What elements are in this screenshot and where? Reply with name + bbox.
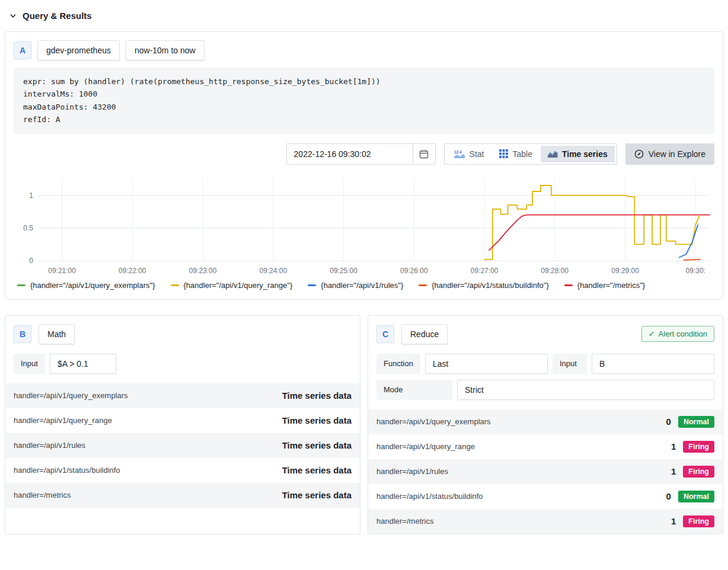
alert-condition-label: Alert condition: [659, 329, 707, 338]
series-label: handler=/api/v1/status/buildinfo: [376, 492, 483, 501]
section-header-query-results[interactable]: Query & Results: [9, 11, 723, 21]
expression-b-results: handler=/api/v1/query_exemplarsTime seri…: [5, 383, 360, 508]
series-type: Time series data: [282, 390, 352, 401]
query-expr-line: expr: sum by (handler) (rate(prometheus_…: [23, 75, 705, 88]
timeseries-icon: [548, 150, 558, 158]
state-badge: Firing: [683, 466, 714, 478]
series-label: handler=/api/v1/rules: [376, 467, 448, 476]
result-value-group: 1Firing: [671, 441, 714, 453]
viewmode-table-button[interactable]: Table: [492, 146, 539, 162]
legend-label: {handler="/api/v1/rules"}: [321, 281, 403, 290]
viewmode-timeseries-label: Time series: [562, 149, 608, 159]
svg-text:0.5: 0.5: [23, 224, 33, 232]
result-row: handler=/metricsTime series data: [5, 483, 360, 508]
svg-text:1: 1: [29, 191, 33, 199]
svg-text:09:23:00: 09:23:00: [189, 267, 217, 275]
series-label: handler=/api/v1/query_range: [14, 416, 112, 425]
reduce-input-input[interactable]: [592, 354, 714, 374]
svg-text:09:25:00: 09:25:00: [330, 267, 357, 275]
expressions-row: B Math Input handler=/api/v1/query_exemp…: [5, 315, 723, 534]
series-type: Time series data: [282, 440, 352, 450]
explore-compass-icon: [634, 149, 644, 159]
legend-swatch: [171, 284, 179, 286]
datasource-picker[interactable]: gdev-prometheus: [37, 40, 120, 60]
legend-swatch: [419, 284, 427, 286]
view-in-explore-label: View in Explore: [649, 149, 705, 159]
stat-icon: 12.4: [454, 149, 465, 159]
legend-item[interactable]: {handler="/api/v1/query_range"}: [171, 281, 293, 290]
result-value-group: 1Firing: [671, 466, 714, 478]
timeseries-chart[interactable]: 00.5109:21:0009:22:0009:23:0009:24:0009:…: [14, 173, 714, 277]
series-type: Time series data: [282, 415, 352, 425]
operation-picker-math[interactable]: Math: [39, 324, 75, 344]
reduce-function-input[interactable]: [425, 354, 548, 374]
result-row: handler=/api/v1/status/buildinfo0Normal: [368, 484, 723, 509]
result-value-group: 0Normal: [666, 416, 714, 428]
query-panel-a: A gdev-prometheus now-10m to now expr: s…: [5, 31, 723, 300]
svg-text:0: 0: [29, 257, 33, 265]
timeseries-panel: 00.5109:21:0009:22:0009:23:0009:24:0009:…: [14, 173, 714, 278]
viewmode-stat-label: Stat: [470, 149, 484, 159]
viewmode-timeseries-button[interactable]: Time series: [541, 146, 615, 162]
result-row: handler=/api/v1/query_exemplarsTime seri…: [5, 383, 360, 408]
table-icon: [499, 149, 508, 158]
viewmode-stat-button[interactable]: 12.4 Stat: [446, 146, 491, 162]
state-badge: Firing: [683, 515, 714, 527]
query-and-results-page: Query & Results A gdev-prometheus now-10…: [0, 0, 728, 534]
datetime-input[interactable]: [287, 144, 413, 164]
svg-text:09:30:: 09:30:: [686, 267, 705, 275]
reduce-function-label: Function: [376, 354, 420, 374]
operation-picker-reduce[interactable]: Reduce: [401, 324, 448, 344]
legend-item[interactable]: {handler="/api/v1/rules"}: [308, 281, 403, 290]
svg-text:09:21:00: 09:21:00: [48, 267, 76, 275]
svg-text:09:28:00: 09:28:00: [541, 267, 569, 275]
reduce-mode-input[interactable]: [457, 380, 714, 400]
state-badge: Normal: [678, 491, 714, 502]
alert-condition-badge[interactable]: ✓ Alert condition: [641, 326, 714, 342]
expression-panel-b: B Math Input handler=/api/v1/query_exemp…: [5, 315, 360, 534]
query-refid-line: refId: A: [23, 113, 705, 126]
result-row: handler=/api/v1/query_rangeTime series d…: [5, 408, 360, 433]
chevron-down-icon: [9, 12, 17, 20]
series-label: handler=/api/v1/query_exemplars: [376, 417, 491, 426]
chart-legend: {handler="/api/v1/query_exemplars"}{hand…: [17, 281, 714, 290]
series-label: handler=/api/v1/status/buildinfo: [14, 466, 120, 475]
series-label: handler=/api/v1/query_exemplars: [14, 391, 128, 400]
legend-label: {handler="/api/v1/status/buildinfo"}: [432, 281, 549, 290]
svg-text:09:29:00: 09:29:00: [611, 267, 639, 275]
state-badge: Normal: [678, 416, 714, 428]
view-in-explore-button[interactable]: View in Explore: [625, 143, 714, 165]
reduce-mode-label: Mode: [376, 380, 452, 400]
check-icon: ✓: [649, 329, 655, 338]
section-title: Query & Results: [23, 11, 92, 21]
reduce-input-label: Input: [553, 354, 587, 374]
svg-text:12.4: 12.4: [454, 150, 462, 154]
svg-text:09:22:00: 09:22:00: [119, 267, 146, 275]
series-type: Time series data: [282, 490, 352, 500]
series-label: handler=/api/v1/query_range: [376, 442, 475, 451]
calendar-icon[interactable]: [413, 144, 435, 164]
legend-item[interactable]: {handler="/metrics"}: [564, 281, 645, 290]
legend-swatch: [308, 284, 316, 286]
math-expression-input[interactable]: [50, 354, 116, 374]
series-type: Time series data: [282, 465, 352, 475]
result-row: handler=/api/v1/status/buildinfoTime ser…: [5, 458, 360, 483]
time-range-picker[interactable]: now-10m to now: [126, 40, 205, 60]
legend-item[interactable]: {handler="/api/v1/status/buildinfo"}: [419, 281, 549, 290]
svg-text:09:24:00: 09:24:00: [259, 267, 287, 275]
result-row: handler=/api/v1/query_range1Firing: [368, 434, 723, 459]
datetime-picker[interactable]: [286, 143, 436, 165]
expression-c-results: handler=/api/v1/query_exemplars0Normalha…: [368, 409, 723, 534]
result-row: handler=/api/v1/rules1Firing: [368, 459, 723, 484]
series-label: handler=/metrics: [14, 491, 71, 499]
result-value: 0: [666, 417, 671, 427]
query-ref-badge-a: A: [14, 41, 31, 59]
result-row: handler=/api/v1/rulesTime series data: [5, 433, 360, 458]
result-value: 1: [671, 516, 676, 526]
expression-ref-badge-c: C: [376, 325, 394, 343]
legend-label: {handler="/api/v1/query_range"}: [184, 281, 293, 290]
visualization-toggle-group: 12.4 Stat: [444, 143, 617, 165]
legend-item[interactable]: {handler="/api/v1/query_exemplars"}: [17, 281, 155, 290]
state-badge: Firing: [683, 441, 714, 453]
preview-toolbar: 12.4 Stat: [14, 143, 714, 165]
